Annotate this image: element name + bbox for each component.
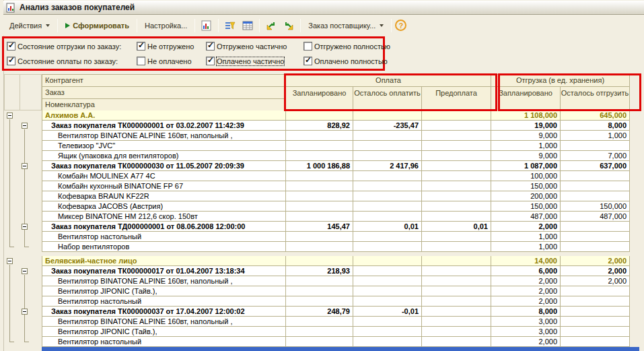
cell-number[interactable]: [561, 327, 630, 337]
cell-name[interactable]: Алхимов А.А.: [42, 110, 286, 121]
chart-report-button[interactable]: [199, 18, 215, 33]
cell-number[interactable]: [353, 110, 422, 121]
table-row-order[interactable]: Заказ покупателя ТК000000017 от 01.04.20…: [4, 266, 630, 276]
cell-number[interactable]: [422, 181, 491, 191]
table-row-order[interactable]: Заказ покупателя ТК000000030 от 11.05.20…: [4, 161, 630, 171]
cell-number[interactable]: [286, 256, 353, 266]
filter-option[interactable]: Не отгружено: [137, 42, 194, 51]
table-row-item[interactable]: Телевизор "JVC"1,000: [4, 141, 630, 151]
collapse-node-icon[interactable]: [22, 309, 28, 315]
cell-number[interactable]: [422, 327, 491, 337]
cell-name[interactable]: Комбайн кухонный BINATONE FP 67: [42, 181, 286, 191]
cell-number[interactable]: [353, 191, 422, 201]
table-row-item[interactable]: Вентилятор JIPONIC (Тайв.),3,000: [4, 327, 630, 337]
cell-number[interactable]: [286, 276, 353, 286]
cell-number[interactable]: [422, 151, 491, 161]
checkbox-icon[interactable]: [206, 42, 215, 51]
cell-number[interactable]: 0,01: [422, 222, 491, 232]
cell-number[interactable]: 248,79: [286, 307, 353, 317]
cell-name[interactable]: Вентилятор JIPONIC (Тайв.),: [42, 327, 286, 337]
cell-number[interactable]: [422, 131, 491, 141]
cell-number[interactable]: [353, 266, 422, 276]
cell-number[interactable]: [422, 171, 491, 181]
collapse-node-icon[interactable]: [22, 268, 28, 274]
cell-number[interactable]: [561, 242, 630, 252]
cell-number[interactable]: 150,000: [491, 181, 561, 191]
table-row-group[interactable]: Белявский-частное лицо14,0002,000: [4, 256, 630, 266]
cell-number[interactable]: [353, 276, 422, 286]
cell-number[interactable]: [353, 317, 422, 327]
cell-number[interactable]: [353, 296, 422, 307]
cell-number[interactable]: 637,000: [561, 161, 630, 171]
filter-settings-button[interactable]: [222, 18, 238, 33]
cell-number[interactable]: [286, 131, 353, 141]
cell-number[interactable]: 2 417,96: [353, 161, 422, 171]
cell-name[interactable]: Миксер BINATONE HM 212,6 скор. 150вт: [42, 212, 286, 222]
cell-name[interactable]: Вентилятор JIPONIC (Тайв.),: [42, 286, 286, 296]
cell-number[interactable]: [353, 181, 422, 191]
cell-number[interactable]: [353, 151, 422, 161]
cell-number[interactable]: 1 087,000: [491, 161, 561, 171]
cell-name[interactable]: Кофеварка BRAUN KF22R: [42, 191, 286, 201]
cell-number[interactable]: [353, 212, 422, 222]
cell-number[interactable]: [286, 110, 353, 121]
cell-number[interactable]: 0,01: [353, 222, 422, 232]
table-row-item[interactable]: Кофеварка BRAUN KF22R200,000: [4, 191, 630, 201]
cell-name[interactable]: Заказ покупателя ТК000000030 от 11.05.20…: [42, 161, 286, 171]
cell-number[interactable]: 1,000: [491, 232, 561, 242]
cell-number[interactable]: [286, 286, 353, 296]
checkbox-icon[interactable]: [137, 57, 145, 65]
cell-number[interactable]: [353, 327, 422, 337]
cell-number[interactable]: 1 108,000: [491, 110, 561, 121]
cell-number[interactable]: [353, 242, 422, 252]
cell-number[interactable]: [561, 222, 630, 232]
cell-name[interactable]: Вентилятор настольный: [42, 296, 286, 307]
cell-number[interactable]: 150,000: [561, 201, 630, 212]
table-row-item[interactable]: Ящик (упаковка для вентиляторов)9,0007,0…: [4, 151, 630, 161]
cell-number[interactable]: 8,000: [491, 307, 561, 317]
checkbox-icon[interactable]: [303, 57, 312, 65]
cell-number[interactable]: [422, 161, 491, 171]
table-row-item[interactable]: Набор вентиляторов1,000: [4, 242, 630, 252]
cell-number[interactable]: 2,000: [491, 337, 561, 347]
cell-number[interactable]: [286, 212, 353, 222]
cell-name[interactable]: Вентилятор BINATONE ALPINE 160вт, наполь…: [42, 317, 286, 327]
cell-number[interactable]: [561, 232, 630, 242]
table-row-item[interactable]: Комбайн MOULINEX А77 4С100,000: [4, 171, 630, 181]
cell-number[interactable]: [422, 276, 491, 286]
cell-number[interactable]: [561, 191, 630, 201]
cell-number[interactable]: [561, 307, 630, 317]
cell-number[interactable]: [286, 181, 353, 191]
cell-name[interactable]: Вентилятор настольный: [42, 232, 286, 242]
cell-name[interactable]: Заказ покупателя ТД000000001 от 08.06.20…: [42, 222, 286, 232]
cell-number[interactable]: [561, 296, 630, 307]
collapse-node-icon[interactable]: [22, 123, 28, 129]
cell-number[interactable]: [422, 121, 491, 131]
cell-number[interactable]: [561, 171, 630, 181]
cell-number[interactable]: [422, 307, 491, 317]
cell-name[interactable]: Вентилятор BINATONE ALPINE 160вт, наполь…: [42, 131, 286, 141]
cell-number[interactable]: 1,000: [491, 242, 561, 252]
table-row-item[interactable]: Вентилятор JIPONIC (Тайв.),2,000: [4, 286, 630, 296]
table-fields-button[interactable]: [240, 18, 256, 33]
cell-number[interactable]: 2,000: [491, 296, 561, 307]
cell-number[interactable]: -235,47: [353, 121, 422, 131]
cell-number[interactable]: 2,000: [491, 286, 561, 296]
table-row-item[interactable]: Вентилятор настольный2,000: [4, 296, 630, 307]
table-row-item[interactable]: Вентилятор BINATONE ALPINE 160вт, наполь…: [4, 131, 630, 141]
table-row-item[interactable]: Комбайн кухонный BINATONE FP 67150,000: [4, 181, 630, 191]
checkbox-icon[interactable]: [7, 42, 15, 51]
cell-name[interactable]: Вентилятор BINATONE ALPINE 160вт, наполь…: [42, 276, 286, 286]
filter-row-toggle[interactable]: Состояние оплаты по заказу:: [7, 57, 118, 65]
checkbox-icon[interactable]: [7, 57, 15, 65]
table-row-item[interactable]: Вентилятор настольный1,000: [4, 232, 630, 242]
cell-number[interactable]: [286, 327, 353, 337]
cell-number[interactable]: [422, 201, 491, 212]
table-row-item[interactable]: Миксер BINATONE HM 212,6 скор. 150вт487,…: [4, 212, 630, 222]
cell-number[interactable]: [422, 141, 491, 151]
cell-number[interactable]: 1,000: [561, 131, 630, 141]
cell-number[interactable]: [286, 296, 353, 307]
cell-number[interactable]: 645,000: [561, 110, 630, 121]
settings-button[interactable]: Настройка...: [141, 18, 191, 33]
cell-number[interactable]: [561, 141, 630, 151]
